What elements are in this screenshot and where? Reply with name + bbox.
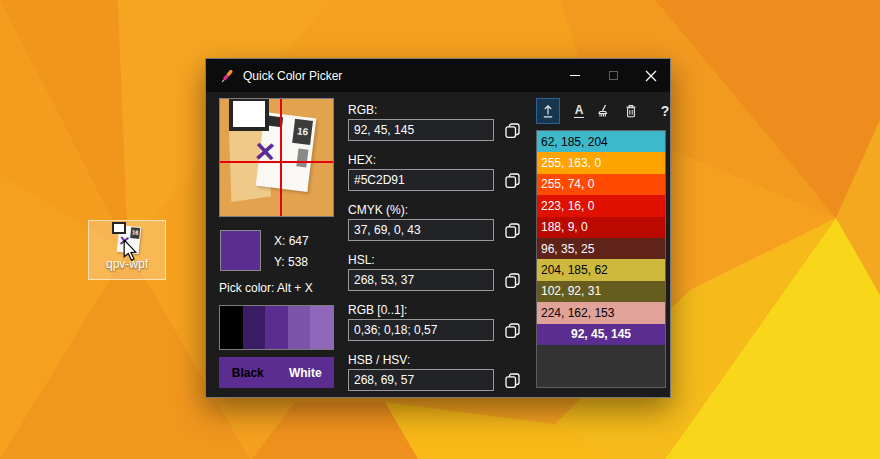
clean-button[interactable] (592, 98, 616, 124)
shade-bar (219, 305, 334, 350)
clean-icon (596, 103, 612, 119)
color-history-item[interactable]: 102, 92, 31 (537, 281, 665, 302)
maximize-button[interactable] (594, 59, 632, 92)
pick-color-hint: Pick color: Alt + X (219, 281, 313, 295)
color-history-item[interactable]: 224, 162, 153 (537, 302, 665, 323)
rgb-input[interactable] (348, 119, 494, 141)
color-history-item[interactable]: 188, 9, 0 (537, 217, 665, 238)
window-title: Quick Color Picker (243, 69, 342, 83)
help-button[interactable]: ? (653, 98, 677, 124)
help-icon: ? (661, 103, 670, 119)
preview-vs-logo: ✕ (253, 136, 277, 169)
cursor-y-coordinate: Y: 538 (274, 255, 308, 269)
copy-icon (504, 172, 521, 189)
preview-badge-16: 16 (292, 119, 313, 145)
cmyk-input[interactable] (348, 219, 494, 241)
hex-label: HEX: (348, 153, 524, 167)
hex-input[interactable] (348, 169, 494, 191)
shade-swatch (310, 306, 333, 349)
hsl-input[interactable] (348, 269, 494, 291)
minimize-button[interactable] (556, 59, 594, 92)
color-history-item-label: 188, 9, 0 (541, 220, 588, 234)
rgb01-input[interactable] (348, 319, 494, 341)
color-history-item-label: 255, 74, 0 (541, 177, 594, 191)
color-history-item-label: 204, 185, 62 (541, 263, 608, 277)
font-icon: A (574, 104, 585, 118)
black-white-toggle: Black White (219, 357, 334, 388)
copy-rgb-button[interactable] (501, 119, 523, 141)
font-button[interactable]: A (567, 98, 591, 124)
shade-swatch (288, 306, 311, 349)
copy-icon (504, 222, 521, 239)
color-history-item[interactable]: 96, 35, 25 (537, 238, 665, 259)
field-group-cmyk: CMYK (%): (348, 203, 524, 241)
crosshair-horizontal (220, 161, 333, 163)
color-history-item[interactable]: 92, 45, 145 (537, 324, 665, 345)
shade-swatch (243, 306, 266, 349)
field-group-rgb: RGB: (348, 103, 524, 141)
field-group-hsb: HSB / HSV: (348, 353, 524, 391)
color-history-item-label: 223, 16, 0 (541, 199, 594, 213)
hsl-label: HSL: (348, 253, 524, 267)
rgb-label: RGB: (348, 103, 524, 117)
color-history-item-label: 62, 185, 204 (541, 135, 608, 149)
color-history-item[interactable]: 204, 185, 62 (537, 259, 665, 280)
magnifier-preview: 16 ✕ (219, 98, 334, 217)
color-history-item[interactable]: 255, 163, 0 (537, 152, 665, 173)
crosshair-vertical (280, 99, 282, 216)
color-history-list: 62, 185, 204 255, 163, 0 255, 74, 0 223,… (536, 130, 666, 388)
shade-swatch (220, 306, 243, 349)
current-color-swatch (220, 230, 261, 271)
field-group-hex: HEX: (348, 153, 524, 191)
black-button[interactable]: Black (219, 357, 277, 388)
hsb-label: HSB / HSV: (348, 353, 524, 367)
color-history-item-label: 102, 92, 31 (541, 284, 601, 298)
export-button[interactable] (536, 98, 560, 124)
cursor-x-coordinate: X: 647 (274, 234, 309, 248)
close-button[interactable] (632, 59, 670, 92)
white-square-overlay (112, 222, 126, 234)
copy-icon (504, 272, 521, 289)
title-bar[interactable]: Quick Color Picker (206, 59, 670, 92)
color-history-item[interactable]: 223, 16, 0 (537, 195, 665, 216)
copy-hsl-button[interactable] (501, 269, 523, 291)
delete-button[interactable] (619, 98, 643, 124)
minimize-icon (570, 75, 580, 76)
rgb01-label: RGB [0..1]: (348, 303, 524, 317)
export-icon (540, 103, 556, 119)
hsb-input[interactable] (348, 369, 494, 391)
white-button[interactable]: White (277, 357, 335, 388)
history-toolbar: A ? (536, 98, 666, 126)
color-history-item-label: 255, 163, 0 (541, 156, 601, 170)
copy-hsb-button[interactable] (501, 369, 523, 391)
color-history-item-label: 96, 35, 25 (541, 242, 594, 256)
eyedropper-icon (219, 68, 235, 84)
icon-badge: 16 (130, 227, 140, 239)
color-history-item-label: 224, 162, 153 (541, 306, 614, 320)
color-history-item[interactable]: 255, 74, 0 (537, 174, 665, 195)
copy-rgb01-button[interactable] (501, 319, 523, 341)
copy-hex-button[interactable] (501, 169, 523, 191)
close-icon (645, 70, 657, 82)
copy-icon (504, 322, 521, 339)
shade-swatch (265, 306, 288, 349)
quick-color-picker-window: Quick Color Picker 16 ✕ X: 647 Y: 538 Pi… (205, 58, 671, 398)
vs-project-icon: 16 ✕ (110, 224, 144, 256)
desktop-shortcut-qpv-wpf[interactable]: 16 ✕ qpv-wpf (88, 220, 166, 280)
copy-cmyk-button[interactable] (501, 219, 523, 241)
color-history-item[interactable]: 62, 185, 204 (537, 131, 665, 152)
delete-icon (623, 103, 639, 119)
mouse-cursor-icon (122, 240, 138, 262)
maximize-icon (609, 71, 618, 80)
color-history-item-label: 92, 45, 145 (571, 327, 631, 341)
copy-icon (504, 122, 521, 139)
copy-icon (504, 372, 521, 389)
cmyk-label: CMYK (%): (348, 203, 524, 217)
field-group-hsl: HSL: (348, 253, 524, 291)
field-group-rgb01: RGB [0..1]: (348, 303, 524, 341)
